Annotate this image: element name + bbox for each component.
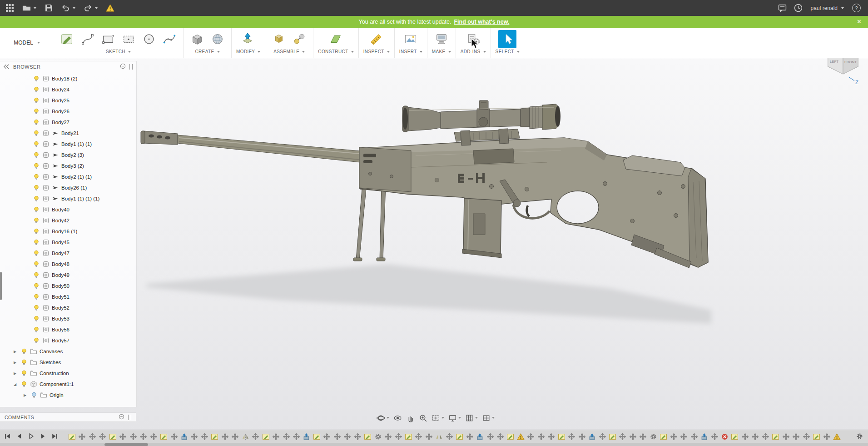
browser-item[interactable]: ▶Construction [0, 368, 136, 379]
timeline-feature-move[interactable] [527, 433, 535, 441]
panel-drag-grip[interactable] [128, 415, 131, 420]
visibility-bulb-icon[interactable] [33, 271, 40, 279]
browser-item[interactable]: ◢Component1:1 [0, 379, 136, 390]
toolbar-group-label[interactable]: MODIFY [236, 49, 260, 55]
grid-settings-tool[interactable] [465, 414, 478, 422]
timeline-feature-sketch[interactable] [609, 433, 616, 441]
display-settings-tool[interactable] [448, 414, 461, 422]
isolate-circle-icon[interactable] [120, 63, 126, 71]
visibility-bulb-icon[interactable] [20, 381, 28, 388]
comment-icon[interactable] [778, 4, 787, 12]
browser-item[interactable]: Body47 [0, 248, 136, 259]
visibility-bulb-icon[interactable] [33, 173, 40, 180]
timeline-feature-move[interactable] [384, 433, 392, 441]
visibility-bulb-icon[interactable] [20, 370, 28, 377]
visibility-bulb-icon[interactable] [33, 75, 40, 82]
viewports-tool[interactable] [482, 414, 495, 422]
timeline-feature-sketch[interactable] [456, 433, 463, 441]
timeline-feature-warning[interactable] [517, 433, 525, 441]
visibility-bulb-icon[interactable] [33, 108, 40, 115]
timeline-feature-sketch[interactable] [211, 433, 218, 441]
timeline-feature-move[interactable] [466, 433, 474, 441]
timeline-feature-move[interactable] [272, 433, 280, 441]
timeline-feature-gear[interactable] [374, 433, 382, 441]
help-button[interactable]: ? [852, 4, 861, 12]
file-menu-icon[interactable] [22, 4, 36, 12]
timeline-feature-gear[interactable] [650, 433, 657, 441]
browser-item[interactable]: Body56 [0, 324, 136, 335]
visibility-bulb-icon[interactable] [33, 250, 40, 257]
select-cursor-button[interactable] [498, 30, 516, 48]
timeline-feature-warning[interactable] [833, 433, 841, 441]
browser-item[interactable]: Body42 [0, 215, 136, 226]
spline-button[interactable] [160, 30, 179, 48]
timeline-feature-move[interactable] [343, 433, 351, 441]
timeline-feature-extrude[interactable] [303, 433, 310, 441]
timeline-feature-sketch[interactable] [262, 433, 270, 441]
timeline-feature-move[interactable] [190, 433, 198, 441]
expander-icon[interactable]: ◢ [12, 382, 18, 386]
timeline-skip-end-button[interactable] [51, 432, 59, 440]
timeline-feature-move[interactable] [170, 433, 178, 441]
visibility-bulb-icon[interactable] [33, 206, 40, 213]
timeline-feature-move[interactable] [231, 433, 239, 441]
timeline-feature-move[interactable] [201, 433, 208, 441]
timeline-feature-extrude[interactable] [180, 433, 188, 441]
browser-item[interactable]: Body27 [0, 117, 136, 128]
timeline-feature-move[interactable] [751, 433, 759, 441]
toolbar-group-label[interactable]: INSERT [399, 49, 422, 55]
browser-item[interactable]: Body1 (1) (1) (1) [0, 193, 136, 204]
orbit-tool[interactable] [377, 414, 389, 422]
timeline-feature-move[interactable] [129, 433, 137, 441]
timeline-feature-move[interactable] [283, 433, 290, 441]
new-component-button[interactable] [270, 30, 288, 48]
timeline-feature-extrude[interactable] [476, 433, 484, 441]
look-at-tool[interactable] [393, 414, 402, 422]
timeline-step-back-button[interactable] [15, 432, 23, 440]
timeline-feature-move[interactable] [639, 433, 647, 441]
timeline-feature-move[interactable] [446, 433, 453, 441]
visibility-bulb-icon[interactable] [33, 239, 40, 246]
measure-button[interactable] [367, 30, 386, 48]
line-button[interactable] [79, 30, 97, 48]
browser-item[interactable]: Body2 (3) [0, 150, 136, 160]
timeline-feature-sketch[interactable] [731, 433, 739, 441]
timeline-feature-move[interactable] [354, 433, 362, 441]
visibility-bulb-icon[interactable] [33, 326, 40, 333]
timeline-feature-move[interactable] [89, 433, 96, 441]
visibility-bulb-icon[interactable] [33, 119, 40, 126]
visibility-bulb-icon[interactable] [20, 348, 28, 355]
timeline-feature-move[interactable] [415, 433, 422, 441]
offset-plane-button[interactable] [327, 30, 345, 48]
browser-item[interactable]: Body26 (1) [0, 182, 136, 193]
timeline-scrollbar-handle[interactable] [104, 443, 148, 446]
visibility-bulb-icon[interactable] [33, 195, 40, 202]
visibility-bulb-icon[interactable] [33, 282, 40, 290]
visibility-bulb-icon[interactable] [33, 337, 40, 344]
timeline-feature-move[interactable] [711, 433, 719, 441]
visibility-bulb-icon[interactable] [33, 140, 40, 148]
browser-item[interactable]: Body52 [0, 302, 136, 313]
redo-icon[interactable] [84, 4, 98, 12]
timeline-feature-move[interactable] [792, 433, 800, 441]
collapse-panel-icon[interactable] [4, 63, 10, 71]
visibility-bulb-icon[interactable] [33, 228, 40, 235]
timeline-skip-start-button[interactable] [4, 432, 11, 440]
timeline-scrollbar[interactable] [0, 443, 868, 446]
timeline-feature-move[interactable] [782, 433, 790, 441]
scripts-addins-button[interactable] [464, 30, 482, 48]
browser-item[interactable]: Body57 [0, 335, 136, 346]
clock-icon[interactable] [794, 4, 803, 12]
undo-icon[interactable] [61, 4, 75, 12]
browser-item[interactable]: Body16 (1) [0, 226, 136, 237]
browser-item[interactable]: Body25 [0, 95, 136, 106]
timeline-feature-move[interactable] [395, 433, 402, 441]
press-pull-button[interactable] [239, 30, 258, 48]
toolbar-group-label[interactable]: INSPECT [363, 49, 390, 55]
timeline-feature-error[interactable] [721, 433, 729, 441]
visibility-bulb-icon[interactable] [33, 162, 40, 170]
timeline-feature-sketch[interactable] [660, 433, 667, 441]
expander-icon[interactable]: ▶ [12, 350, 18, 354]
timeline-feature-move[interactable] [568, 433, 575, 441]
whats-new-link[interactable]: Find out what's new. [454, 19, 509, 25]
